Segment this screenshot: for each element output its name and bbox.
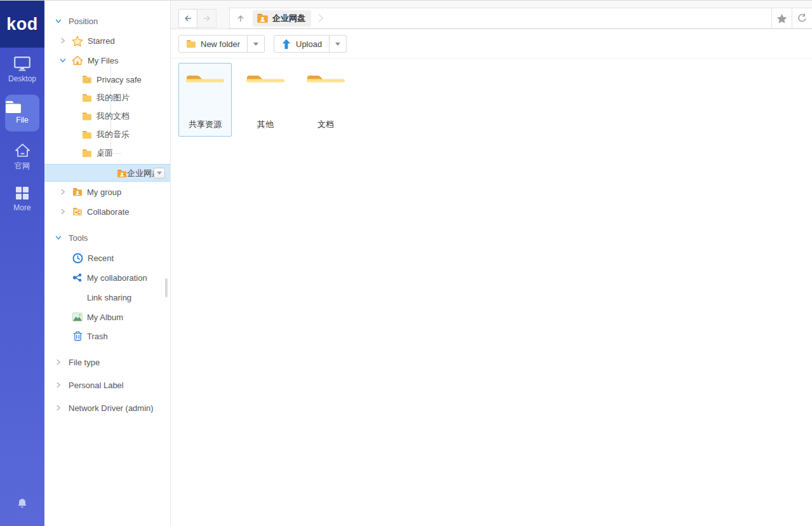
item-label: 我的文档 (97, 111, 130, 122)
item-dropdown-button[interactable] (154, 168, 165, 179)
rail-item-file[interactable]: File (5, 95, 39, 132)
history-nav-group (178, 9, 216, 28)
section-label: Position (69, 17, 98, 26)
rail-item-desktop[interactable]: Desktop (0, 57, 44, 83)
back-button[interactable] (178, 9, 197, 28)
chevron-down-icon (55, 18, 62, 24)
sidebar-item-collaborate[interactable]: Collaborate (60, 205, 130, 218)
item-label: My collaboration (87, 273, 147, 283)
breadcrumb-label: 企业网盘 (272, 13, 305, 24)
kod-logo[interactable]: kod (0, 1, 44, 48)
sidebar-item-my-pictures[interactable]: 我的图片 (82, 91, 130, 104)
item-label: Privacy safe (97, 75, 142, 84)
caret-down-icon (335, 43, 340, 46)
button-label: Upload (296, 39, 322, 49)
refresh-button[interactable] (792, 8, 812, 28)
sidebar-scrollbar-thumb[interactable] (165, 278, 168, 297)
notification-bell-icon[interactable] (17, 498, 27, 509)
upload-dropdown-button[interactable] (329, 35, 347, 53)
new-folder-dropdown-button[interactable] (248, 35, 265, 53)
sidebar-item-my-files[interactable]: My Files (60, 54, 118, 67)
upload-arrow-icon (281, 39, 291, 50)
sidebar-item-trash[interactable]: Trash (73, 330, 108, 342)
breadcrumb-enterprise-disk[interactable]: 企业网盘 (253, 10, 311, 27)
sidebar-section-file-type[interactable]: File type (55, 356, 100, 368)
album-image-icon (72, 313, 83, 321)
sidebar-section-position[interactable]: Position (55, 15, 98, 27)
sidebar-item-recent[interactable]: Recent (72, 252, 114, 264)
upload-button[interactable]: Upload (274, 35, 329, 53)
kodexplorer-app: kod Desktop File 官网 More Position Star (0, 0, 812, 526)
section-label: Personal Label (69, 381, 124, 390)
sidebar-section-network-driver[interactable]: Network Driver (admin) (55, 401, 154, 414)
group-folder-icon (72, 187, 83, 196)
trash-icon (73, 331, 83, 341)
sidebar-section-personal-label[interactable]: Personal Label (55, 379, 124, 391)
sidebar-item-enterprise-disk-selected[interactable]: 企业网盘 (44, 164, 170, 182)
folder-icon-large (245, 73, 286, 106)
star-icon (776, 13, 787, 24)
folder-tile-selected[interactable]: 共享资源 (178, 63, 232, 137)
more-grid-icon (15, 186, 29, 200)
sidebar-item-privacy-safe[interactable]: Privacy safe (82, 73, 142, 86)
button-label: New folder (201, 39, 240, 49)
breadcrumb-separator (315, 14, 323, 22)
sidebar-item-my-music[interactable]: 我的音乐 (82, 128, 130, 141)
forward-button-disabled[interactable] (197, 9, 216, 28)
sidebar-item-starred[interactable]: Starred (60, 34, 115, 47)
enterprise-folder-icon (256, 13, 269, 24)
folder-name: 其他 (257, 119, 274, 130)
file-list-area[interactable]: 共享资源 其他 文档 (171, 59, 812, 526)
arrow-up-icon (236, 13, 246, 24)
collaborate-folder-icon (72, 207, 83, 216)
caret-down-icon (253, 43, 258, 46)
item-label: My Album (87, 313, 123, 322)
action-toolbar: New folder Upload (171, 30, 812, 58)
sidebar-item-my-collaboration[interactable]: My collaboration (72, 271, 147, 284)
rail-item-label: Desktop (0, 74, 44, 83)
favorite-star-button[interactable] (771, 8, 792, 28)
rail-item-more[interactable]: More (0, 186, 44, 212)
folder-icon (82, 130, 92, 139)
chevron-right-icon (60, 189, 66, 195)
sidebar-item-my-group[interactable]: My group (60, 185, 121, 198)
item-label: 我的音乐 (97, 129, 130, 140)
home-icon (15, 143, 30, 158)
folder-icon (186, 39, 196, 48)
share-nodes-icon (72, 273, 83, 283)
folder-tile[interactable]: 其他 (239, 63, 292, 137)
sidebar-tree: Position Starred My Files Privacy safe 我… (44, 1, 171, 526)
folder-name: 文档 (317, 119, 334, 130)
item-label: My group (87, 187, 121, 197)
chevron-right-icon (55, 405, 62, 411)
up-directory-button[interactable] (230, 8, 251, 28)
rail-item-site[interactable]: 官网 (0, 143, 44, 172)
chevron-right-icon (55, 359, 62, 365)
folder-tile[interactable]: 文档 (299, 63, 352, 137)
folder-icon (82, 149, 92, 158)
chevron-right-icon (60, 208, 66, 215)
refresh-icon (797, 13, 808, 24)
item-label: Trash (87, 332, 108, 341)
link-share-icon (72, 292, 83, 302)
sidebar-section-tools[interactable]: Tools (55, 231, 88, 244)
new-folder-button[interactable]: New folder (178, 35, 248, 53)
sidebar-item-desktop-folder[interactable]: 桌面 (82, 147, 113, 159)
new-folder-button-group: New folder (178, 35, 265, 53)
navigation-bar: 企业网盘 (171, 1, 812, 29)
section-label: Tools (69, 233, 88, 243)
section-label: File type (69, 358, 100, 367)
arrow-right-icon (202, 13, 212, 24)
folder-icon-large (305, 73, 346, 106)
sidebar-item-my-documents[interactable]: 我的文档 (82, 110, 130, 123)
folder-icon (82, 93, 92, 102)
sidebar-item-link-sharing[interactable]: Link sharing (72, 291, 131, 304)
item-label: 桌面 (97, 147, 113, 159)
item-label: Collaborate (87, 207, 130, 217)
item-label: Recent (88, 253, 114, 263)
address-bar: 企业网盘 (229, 8, 812, 29)
folder-icon (82, 112, 92, 121)
item-label: My Files (88, 56, 118, 65)
sidebar-item-my-album[interactable]: My Album (72, 311, 123, 323)
enterprise-folder-icon (117, 169, 127, 178)
